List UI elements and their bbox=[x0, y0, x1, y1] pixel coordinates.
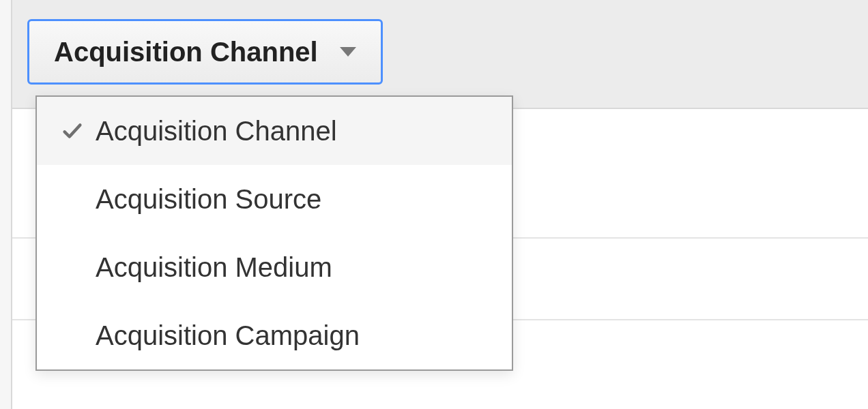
menu-item-acquisition-medium[interactable]: Acquisition Medium bbox=[37, 233, 512, 301]
check-icon bbox=[56, 119, 89, 142]
chevron-down-icon bbox=[340, 47, 356, 57]
menu-item-label: Acquisition Source bbox=[96, 184, 321, 215]
menu-item-acquisition-source[interactable]: Acquisition Source bbox=[37, 165, 512, 233]
menu-item-label: Acquisition Campaign bbox=[96, 320, 360, 351]
menu-item-acquisition-campaign[interactable]: Acquisition Campaign bbox=[37, 301, 512, 369]
screenshot-canvas: Acquisition Channel Acquisition Channel … bbox=[0, 0, 868, 409]
dimension-selector-button[interactable]: Acquisition Channel bbox=[27, 19, 383, 85]
menu-item-acquisition-channel[interactable]: Acquisition Channel bbox=[37, 97, 512, 165]
dimension-menu: Acquisition Channel Acquisition Source A… bbox=[35, 95, 513, 371]
menu-item-label: Acquisition Medium bbox=[96, 252, 332, 283]
left-rail bbox=[0, 0, 12, 409]
menu-item-label: Acquisition Channel bbox=[96, 116, 337, 147]
dimension-selector-label: Acquisition Channel bbox=[54, 37, 318, 67]
